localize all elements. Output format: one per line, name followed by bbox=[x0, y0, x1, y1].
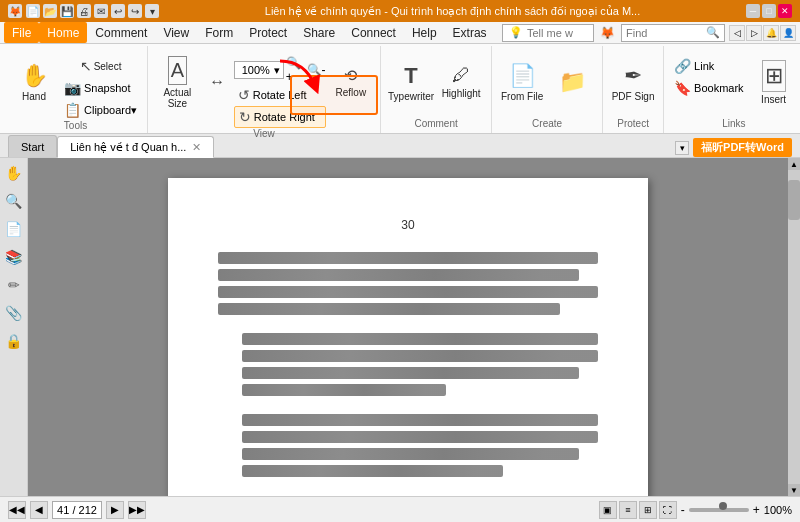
pdf-sign-button[interactable]: ✒ PDF Sign bbox=[609, 52, 657, 112]
bookmark-button[interactable]: 🔖 Bookmark bbox=[670, 78, 748, 98]
highlight-button[interactable]: 🖊 Highlight bbox=[437, 52, 485, 112]
email-icon[interactable]: ✉ bbox=[94, 4, 108, 18]
view-content: A Actual Size ↔ ▾ 🔍+ 🔍- ↺ Rotate Left bbox=[154, 48, 374, 128]
find-search-icon[interactable]: 🔍 bbox=[706, 26, 720, 39]
find-box[interactable]: 🔍 bbox=[621, 24, 725, 42]
redo-icon[interactable]: ↪ bbox=[128, 4, 142, 18]
rotate-left-button[interactable]: ↺ Rotate Left bbox=[234, 85, 326, 105]
save-icon[interactable]: 💾 bbox=[60, 4, 74, 18]
tab-dropdown-button[interactable]: ▾ bbox=[675, 141, 689, 155]
menu-form[interactable]: Form bbox=[197, 22, 241, 43]
tell-me-input[interactable] bbox=[527, 27, 587, 39]
continuous-button[interactable]: ≡ bbox=[619, 501, 637, 519]
select-button[interactable]: ↖ Select bbox=[60, 56, 141, 76]
typewriter-button[interactable]: T Typewriter bbox=[387, 52, 435, 112]
clipboard-button[interactable]: 📋 Clipboard▾ bbox=[60, 100, 141, 120]
nav-right-button[interactable]: ▷ bbox=[746, 25, 762, 41]
menu-comment[interactable]: Comment bbox=[87, 22, 155, 43]
snapshot-icon: 📷 bbox=[64, 80, 81, 96]
sidebar-search-icon[interactable]: 🔍 bbox=[3, 190, 25, 212]
actual-size-button[interactable]: A Actual Size bbox=[154, 52, 201, 112]
link-button[interactable]: 🔗 Link bbox=[670, 56, 748, 76]
zoom-slider[interactable] bbox=[689, 508, 749, 512]
typewriter-icon: T bbox=[404, 63, 417, 89]
document-canvas[interactable]: 30 bbox=[28, 158, 788, 496]
menu-help[interactable]: Help bbox=[404, 22, 445, 43]
open-icon[interactable]: 📂 bbox=[43, 4, 57, 18]
zoom-level-label: 100% bbox=[764, 504, 792, 516]
rotate-right-button[interactable]: ↻ Rotate Right bbox=[234, 106, 326, 128]
reflow-button[interactable]: ⟲ Reflow bbox=[328, 52, 375, 112]
create2-button[interactable]: 📁 bbox=[548, 52, 596, 112]
scrollbar-thumb[interactable] bbox=[788, 180, 800, 220]
new-icon[interactable]: 📄 bbox=[26, 4, 40, 18]
scroll-down-button[interactable]: ▼ bbox=[788, 484, 800, 496]
zoom-in-icon[interactable]: 🔍+ bbox=[286, 56, 305, 84]
close-button[interactable]: ✕ bbox=[778, 4, 792, 18]
tab-doc[interactable]: Liên hệ về t đ Quan h... ✕ bbox=[57, 136, 214, 158]
scroll-up-button[interactable]: ▲ bbox=[788, 158, 800, 170]
two-page-button[interactable]: ⊞ bbox=[639, 501, 657, 519]
single-page-button[interactable]: ▣ bbox=[599, 501, 617, 519]
ribbon-group-create: 📄 From File 📁 Create bbox=[492, 46, 603, 133]
from-file-button[interactable]: 📄 From File bbox=[498, 52, 546, 112]
full-screen-button[interactable]: ⛶ bbox=[659, 501, 677, 519]
nav-first-button[interactable]: ◀◀ bbox=[8, 501, 26, 519]
zoom-in-button[interactable]: + bbox=[753, 503, 760, 517]
create-group-label: Create bbox=[532, 118, 562, 131]
zoom-control[interactable]: ▾ bbox=[234, 61, 284, 79]
document-page: 30 bbox=[168, 178, 648, 496]
user-icon[interactable]: 👤 bbox=[780, 25, 796, 41]
sidebar-hand-icon[interactable]: ✋ bbox=[3, 162, 25, 184]
bottom-bar: ◀◀ ◀ ▶ ▶▶ ▣ ≡ ⊞ ⛶ - + 100% bbox=[0, 496, 800, 522]
sidebar-lock-icon[interactable]: 🔒 bbox=[3, 330, 25, 352]
nav-prev-button[interactable]: ◀ bbox=[30, 501, 48, 519]
snapshot-button[interactable]: 📷 Snapshot bbox=[60, 78, 141, 98]
tab-start[interactable]: Start bbox=[8, 135, 57, 157]
insert-button[interactable]: ⊞ Insert bbox=[750, 52, 798, 112]
text-line-7 bbox=[242, 367, 579, 379]
maximize-button[interactable]: □ bbox=[762, 4, 776, 18]
menu-view[interactable]: View bbox=[155, 22, 197, 43]
page-input[interactable] bbox=[52, 501, 102, 519]
hand-button[interactable]: ✋ Hand bbox=[10, 52, 58, 112]
nav-last-button[interactable]: ▶▶ bbox=[128, 501, 146, 519]
zoom-out-icon[interactable]: 🔍- bbox=[307, 63, 326, 77]
title-bar-left: 🦊 📄 📂 💾 🖨 ✉ ↩ ↪ ▾ bbox=[8, 4, 159, 18]
menu-connect[interactable]: Connect bbox=[343, 22, 404, 43]
ribbon-group-comment: T Typewriter 🖊 Highlight Comment bbox=[381, 46, 492, 133]
sidebar-comments-icon[interactable]: ✏ bbox=[3, 274, 25, 296]
page-number-label: 30 bbox=[218, 218, 598, 232]
right-scrollbar[interactable]: ▲ ▼ bbox=[788, 158, 800, 496]
find-input[interactable] bbox=[626, 27, 706, 39]
insert-icon: ⊞ bbox=[762, 60, 786, 92]
zoom-slider-thumb[interactable] bbox=[719, 502, 727, 510]
tell-me-box[interactable]: 💡 bbox=[502, 24, 594, 42]
rotate-left-icon: ↺ bbox=[238, 87, 250, 103]
nav-next-button[interactable]: ▶ bbox=[106, 501, 124, 519]
tab-right-area: ▾ 福昕PDF转Word bbox=[675, 138, 792, 157]
sidebar-bookmarks-icon[interactable]: 📚 bbox=[3, 246, 25, 268]
menu-home[interactable]: Home bbox=[39, 22, 87, 43]
fit-width-icon: ↔ bbox=[209, 73, 225, 91]
zoom-dropdown-icon[interactable]: ▾ bbox=[274, 64, 280, 77]
view-group-label: View bbox=[253, 128, 275, 141]
undo-icon[interactable]: ↩ bbox=[111, 4, 125, 18]
minimize-button[interactable]: ─ bbox=[746, 4, 760, 18]
fit-width-button[interactable]: ↔ bbox=[203, 52, 232, 112]
sidebar-pages-icon[interactable]: 📄 bbox=[3, 218, 25, 240]
print-icon[interactable]: 🖨 bbox=[77, 4, 91, 18]
menu-protect[interactable]: Protect bbox=[241, 22, 295, 43]
actual-size-icon: A bbox=[168, 56, 187, 85]
notifications-icon[interactable]: 🔔 bbox=[763, 25, 779, 41]
zoom-input[interactable] bbox=[238, 64, 274, 76]
tab-close-button[interactable]: ✕ bbox=[192, 141, 201, 154]
nav-left-button[interactable]: ◁ bbox=[729, 25, 745, 41]
menu-extras[interactable]: Extras bbox=[445, 22, 495, 43]
zoom-area: ▾ 🔍+ 🔍- bbox=[234, 56, 326, 84]
zoom-out-button[interactable]: - bbox=[681, 503, 685, 517]
more-icon[interactable]: ▾ bbox=[145, 4, 159, 18]
sidebar-attach-icon[interactable]: 📎 bbox=[3, 302, 25, 324]
menu-file[interactable]: File bbox=[4, 22, 39, 43]
menu-share[interactable]: Share bbox=[295, 22, 343, 43]
